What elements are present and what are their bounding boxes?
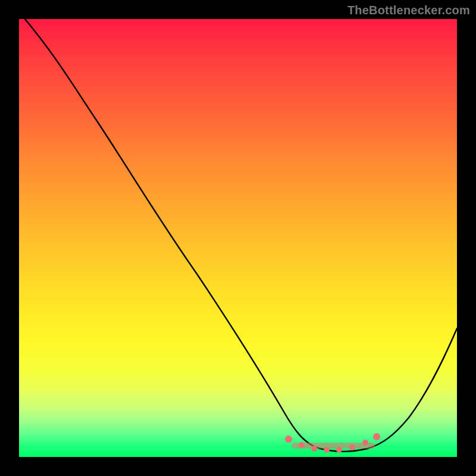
plot-area [19,19,457,457]
chart-frame: TheBottlenecker.com [0,0,476,476]
bottleneck-curve-path [25,19,457,452]
watermark-text: TheBottlenecker.com [347,4,470,17]
bottleneck-curve-svg [19,19,457,457]
optimal-range-markers [285,433,380,453]
svg-point-7 [373,433,380,440]
svg-rect-8 [292,443,375,449]
svg-point-0 [285,436,292,443]
